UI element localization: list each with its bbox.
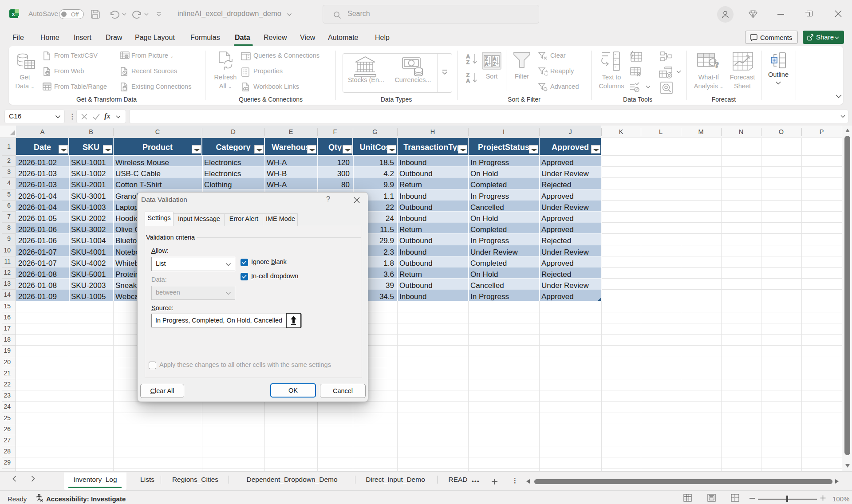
svg-text:Z: Z: [466, 72, 469, 78]
svg-text:Z: Z: [466, 59, 469, 65]
svg-text:A: A: [485, 62, 488, 67]
svg-text:?: ?: [714, 61, 719, 69]
svg-text:Z: Z: [485, 56, 488, 61]
svg-text:A: A: [493, 56, 496, 61]
svg-text:A: A: [466, 54, 470, 59]
svg-text:Z: Z: [493, 62, 496, 67]
svg-text:x: x: [12, 11, 15, 17]
svg-text:A: A: [466, 78, 470, 83]
